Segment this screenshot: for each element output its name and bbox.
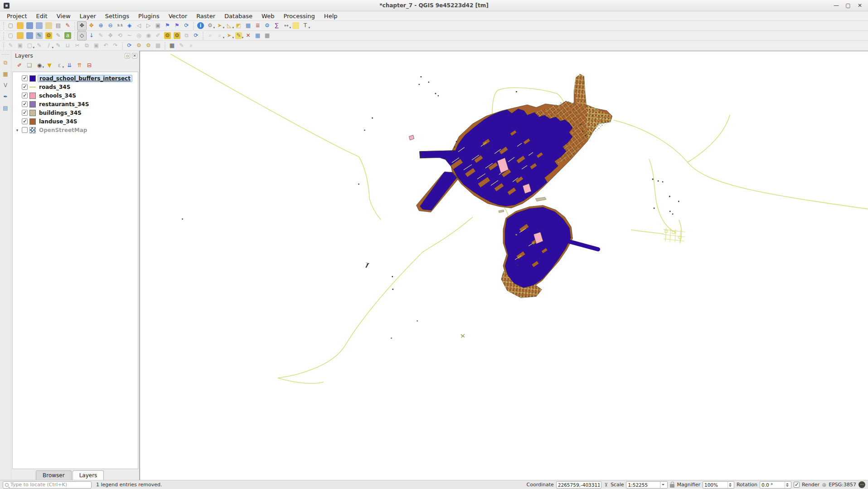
field-calculator-icon[interactable]: ≣	[253, 21, 262, 30]
layer-tree[interactable]: road_school_buffers_intersectroads_34Ssc…	[12, 72, 138, 469]
auto-labeling-icon[interactable]: a	[63, 31, 73, 40]
save-project-as-icon[interactable]	[34, 21, 44, 30]
layer-item-openstreetmap[interactable]: ▾OpenStreetMap	[13, 126, 138, 134]
labeling-options-icon[interactable]: ⚙	[44, 31, 53, 40]
collapse-all-icon[interactable]: ⇈	[75, 61, 84, 70]
pan-to-selection-icon[interactable]: ✥	[87, 21, 96, 30]
snapping-options-icon[interactable]: ⟳	[125, 41, 134, 50]
statistical-summary-icon[interactable]: ∑	[272, 21, 281, 30]
zoom-to-layer-icon[interactable]: ▣	[153, 21, 163, 30]
layer-item-schools-34s[interactable]: schools_34S	[13, 91, 138, 100]
measure-line-icon[interactable]: ↔	[281, 21, 291, 30]
text-annotation-icon[interactable]: T	[301, 21, 310, 30]
layout-add-map-icon[interactable]: ▦	[167, 41, 177, 50]
menu-web[interactable]: Web	[257, 12, 278, 20]
select-by-expression-icon[interactable]: ◩	[234, 21, 243, 30]
label-move-icon[interactable]: ⚙	[172, 31, 182, 40]
layer-label[interactable]: schools_34S	[38, 93, 78, 99]
coordinate-box[interactable]	[556, 481, 601, 489]
layer-label[interactable]: roads_34S	[38, 84, 72, 90]
close-icon[interactable]: ✕	[856, 2, 863, 9]
menu-view[interactable]: View	[53, 12, 75, 20]
deselect-features-icon[interactable]: ◺	[224, 21, 234, 30]
form-annotation-icon[interactable]: ✎	[234, 31, 243, 40]
pan-map-icon[interactable]: ✥	[77, 21, 87, 30]
zoom-last-icon[interactable]: ◁	[134, 21, 144, 30]
toolbar-grip[interactable]	[2, 22, 5, 29]
label-pin-icon[interactable]: ⚙	[163, 31, 172, 40]
layers-panel-titlebar[interactable]: Layers ▫ ✕	[11, 51, 139, 60]
current-edits-icon[interactable]: ▢	[6, 31, 15, 40]
avoid-overlap-icon[interactable]: ⚙	[144, 41, 153, 50]
layer-notes-icon[interactable]: ✎	[53, 31, 63, 40]
layer-visibility-checkbox[interactable]	[22, 93, 28, 98]
layer-label[interactable]: restaurants_34S	[38, 101, 90, 108]
panel-float-icon[interactable]: ▫	[125, 53, 130, 59]
zoom-next-icon[interactable]: ▷	[144, 21, 153, 30]
layer-item-restaurants-34s[interactable]: restaurants_34S	[13, 100, 138, 108]
menu-help[interactable]: Help	[320, 12, 342, 20]
show-bookmarks-icon[interactable]: ⚑	[172, 21, 182, 30]
locator-input[interactable]	[10, 482, 89, 488]
layer-visibility-checkbox[interactable]	[22, 118, 28, 124]
add-database-layer-icon[interactable]: ▤	[1, 103, 10, 112]
title-bar[interactable]: *chapter_7 - QGIS 9e45223d42 [tm] —▢✕	[0, 0, 868, 11]
zoom-out-icon[interactable]: ⊖	[106, 21, 115, 30]
all-edits-icon[interactable]	[15, 31, 25, 40]
globe-icon[interactable]: ⊕	[822, 482, 826, 488]
attribute-table-2-icon[interactable]: ▦	[253, 31, 262, 40]
field-calculator-2-icon[interactable]: ▦	[262, 31, 272, 40]
add-vector-layer-icon[interactable]: ⧉	[1, 58, 10, 67]
layer-item-road-school-buffers-intersect[interactable]: road_school_buffers_intersect	[13, 74, 138, 83]
add-feature-icon[interactable]: ↓	[87, 31, 96, 40]
delete-selected-icon[interactable]: ✕	[243, 31, 253, 40]
select-features-icon[interactable]: ➤	[215, 21, 224, 30]
layer-label[interactable]: buildings_34S	[38, 110, 83, 116]
digitize-save-icon[interactable]: ✎	[34, 31, 44, 40]
layer-visibility-checkbox[interactable]	[22, 101, 28, 107]
tab-browser[interactable]: Browser	[36, 470, 72, 480]
extents-toggle-icon[interactable]: ✂	[603, 482, 609, 487]
expander-icon[interactable]: ▾	[15, 128, 20, 132]
log-messages-icon[interactable]	[858, 481, 865, 488]
menu-database[interactable]: Database	[220, 12, 257, 20]
capture-polygon-icon[interactable]: ◇	[77, 31, 87, 40]
toolbar-grip[interactable]	[2, 32, 5, 39]
render-checkbox[interactable]	[794, 482, 800, 488]
menu-settings[interactable]: Settings	[101, 12, 133, 20]
new-shapefile-layer-icon[interactable]: V	[1, 81, 10, 90]
chevron-down-icon[interactable]	[660, 482, 666, 488]
crs-indicator[interactable]: EPSG:3857	[829, 482, 856, 488]
layer-label[interactable]: road_school_buffers_intersect	[38, 75, 132, 82]
lock-icon[interactable]	[670, 484, 674, 488]
layer-visibility-checkbox[interactable]	[22, 110, 28, 116]
map-canvas[interactable]	[140, 51, 868, 480]
menu-plugins[interactable]: Plugins	[134, 12, 164, 20]
maximize-icon[interactable]: ▢	[844, 2, 852, 9]
filter-legend-icon[interactable]: ▼	[45, 61, 54, 70]
tracing-icon[interactable]: ⚙	[134, 41, 144, 50]
new-bookmark-icon[interactable]: ⚑	[163, 21, 172, 30]
panel-close-icon[interactable]: ✕	[132, 53, 137, 59]
new-project-icon[interactable]: ▢	[6, 21, 15, 30]
spinner-arrows-icon[interactable]	[727, 482, 732, 488]
new-geopackage-layer-icon[interactable]: ✒	[1, 92, 10, 101]
map-tips-icon[interactable]	[291, 21, 301, 30]
zoom-in-icon[interactable]: ⊕	[96, 21, 106, 30]
layer-item-roads-34s[interactable]: roads_34S	[13, 83, 138, 91]
menu-project[interactable]: Project	[3, 12, 31, 20]
menu-edit[interactable]: Edit	[32, 12, 51, 20]
toolbar-grip[interactable]	[2, 42, 5, 49]
new-print-layout-icon[interactable]	[44, 21, 53, 30]
identify-features-icon[interactable]: i	[196, 21, 205, 30]
show-layout-manager-icon[interactable]: ▤	[53, 21, 63, 30]
rotation-spinbox[interactable]: 0.0 °	[760, 481, 791, 489]
layer-label[interactable]: landuse_34S	[38, 118, 79, 125]
open-attribute-table-icon[interactable]: ▦	[243, 21, 253, 30]
spinner-arrows-icon[interactable]	[785, 482, 790, 488]
save-edits-icon[interactable]	[25, 31, 34, 40]
layer-item-buildings-34s[interactable]: buildings_34S	[13, 108, 138, 117]
processing-toolbox-icon[interactable]: ⚙	[262, 21, 272, 30]
coordinate-input[interactable]	[558, 482, 600, 488]
save-project-icon[interactable]	[25, 21, 34, 30]
